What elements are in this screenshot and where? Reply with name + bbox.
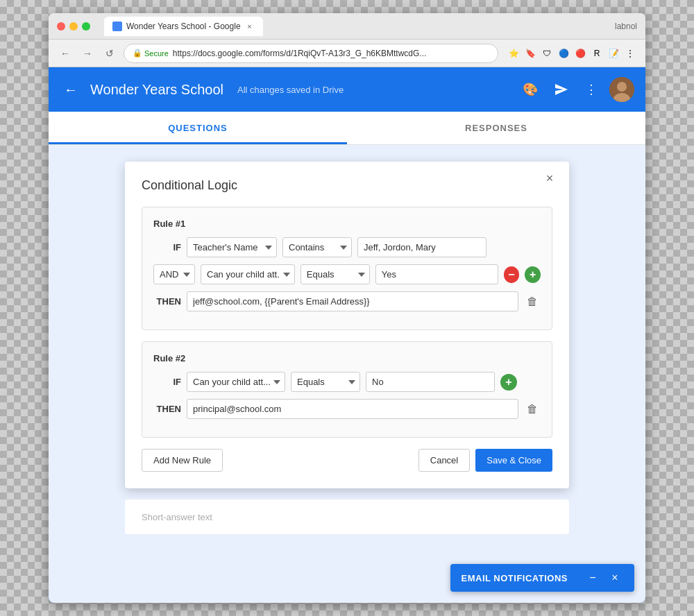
rule-1-field-select[interactable]: Teacher's Name xyxy=(187,237,277,257)
then-keyword-2: THEN xyxy=(153,404,181,414)
browser-titlebar: Wonder Years School - Google × labnol xyxy=(49,13,645,40)
ext-icon-1[interactable]: ⭐ xyxy=(507,46,520,60)
forms-title: Wonder Years School xyxy=(90,82,223,98)
forward-nav-btn[interactable]: → xyxy=(79,45,96,62)
rule-2-add-condition-btn[interactable]: + xyxy=(500,374,517,391)
email-notif-label: EMAIL NOTIFICATIONS xyxy=(462,573,568,583)
modal-title: Conditional Logic xyxy=(142,178,552,193)
menu-btn[interactable]: ⋮ xyxy=(623,46,637,60)
more-options-btn[interactable]: ⋮ xyxy=(579,77,604,102)
rule-1-and-row: AND Can your child att... Equals − + xyxy=(153,264,541,284)
minimize-window-btn[interactable] xyxy=(69,22,78,31)
then-keyword-1: THEN xyxy=(153,296,181,307)
maximize-window-btn[interactable] xyxy=(82,22,90,31)
labnol-label: labnol xyxy=(615,22,637,31)
cancel-btn[interactable]: Cancel xyxy=(418,449,470,472)
forms-content: × Conditional Logic Rule #1 IF Teacher's… xyxy=(49,145,645,603)
svg-point-1 xyxy=(617,82,627,92)
rule-1-value2-input[interactable] xyxy=(375,264,498,284)
forms-back-btn[interactable]: ← xyxy=(60,78,82,101)
address-url: https://docs.google.com/forms/d/1RqiQvT-… xyxy=(173,49,427,58)
modal-footer: Add New Rule Cancel Save & Close xyxy=(142,449,552,472)
rule-1-condition-select[interactable]: Contains xyxy=(282,237,352,257)
browser-addressbar: ← → ↺ 🔒 Secure https://docs.google.com/f… xyxy=(49,40,645,67)
rule-1-label: Rule #1 xyxy=(153,219,541,229)
secure-badge: 🔒 Secure xyxy=(133,49,169,58)
forms-header-actions: 🎨 ⋮ xyxy=(518,77,634,102)
tab-responses[interactable]: RESPONSES xyxy=(347,112,645,144)
remove-condition-btn[interactable]: − xyxy=(504,266,520,283)
tab-close-btn[interactable]: × xyxy=(245,22,255,31)
rule-2-value-input[interactable] xyxy=(366,372,495,392)
rule-1-box: Rule #1 IF Teacher's Name Contains xyxy=(142,207,552,330)
rule-1-condition2-select[interactable]: Equals xyxy=(301,264,370,284)
notif-minimize-btn[interactable]: − xyxy=(584,570,601,586)
ext-icon-2[interactable]: 🔖 xyxy=(523,46,537,60)
back-nav-btn[interactable]: ← xyxy=(57,45,74,62)
rule-1-field2-select[interactable]: Can your child att... xyxy=(201,264,295,284)
ext-icon-3[interactable]: 🛡 xyxy=(540,46,554,60)
conditional-logic-modal: × Conditional Logic Rule #1 IF Teacher's… xyxy=(125,162,569,488)
rule-2-delete-btn[interactable]: 🗑 xyxy=(524,400,541,418)
email-notifications-banner[interactable]: EMAIL NOTIFICATIONS − × xyxy=(450,564,634,592)
modal-close-btn[interactable]: × xyxy=(541,170,558,187)
address-bar[interactable]: 🔒 Secure https://docs.google.com/forms/d… xyxy=(124,44,498,63)
ext-icon-6[interactable]: R xyxy=(590,46,604,60)
short-answer-area: Short-answer text xyxy=(125,499,569,534)
ext-icon-4[interactable]: 🔵 xyxy=(557,46,570,60)
rule-2-if-row: IF Can your child att... Equals + xyxy=(153,372,541,392)
modal-footer-actions: Cancel Save & Close xyxy=(418,449,552,472)
rule-1-value-input[interactable] xyxy=(357,237,486,257)
notif-close-btn[interactable]: × xyxy=(607,570,623,586)
rule-1-then-row: THEN 🗑 xyxy=(153,291,541,311)
rule-2-condition-select[interactable]: Equals xyxy=(291,372,360,392)
browser-tab[interactable]: Wonder Years School - Google × xyxy=(104,17,263,36)
if-keyword-2: IF xyxy=(153,377,181,387)
rule-2-label: Rule #2 xyxy=(153,353,541,363)
reload-nav-btn[interactable]: ↺ xyxy=(101,45,118,62)
ext-icon-7[interactable]: 📝 xyxy=(607,46,620,60)
notif-actions: − × xyxy=(584,570,623,586)
add-new-rule-btn[interactable]: Add New Rule xyxy=(142,449,223,472)
forms-saved-text: All changes saved in Drive xyxy=(237,85,344,95)
rule-1-operator-select[interactable]: AND xyxy=(153,264,195,284)
short-answer-placeholder: Short-answer text xyxy=(142,512,212,522)
save-close-btn[interactable]: Save & Close xyxy=(475,449,552,472)
if-keyword-1: IF xyxy=(153,242,181,253)
rule-2-box: Rule #2 IF Can your child att... Equals … xyxy=(142,341,552,438)
forms-app: ← Wonder Years School All changes saved … xyxy=(49,67,645,603)
tab-title: Wonder Years School - Google xyxy=(126,22,241,31)
tab-questions[interactable]: QUESTIONS xyxy=(49,112,347,144)
forms-tabs: QUESTIONS RESPONSES xyxy=(49,112,645,145)
rule-2-field-select[interactable]: Can your child att... xyxy=(187,372,285,392)
browser-window: Wonder Years School - Google × labnol ← … xyxy=(49,13,645,603)
rule-1-if-row: IF Teacher's Name Contains xyxy=(153,237,541,257)
rule-2-then-row: THEN 🗑 xyxy=(153,399,541,419)
extension-icons: ⭐ 🔖 🛡 🔵 🔴 R 📝 ⋮ xyxy=(507,46,637,60)
traffic-lights xyxy=(57,22,90,31)
tab-favicon xyxy=(112,22,122,31)
rule-1-delete-btn[interactable]: 🗑 xyxy=(524,293,541,311)
palette-btn[interactable]: 🎨 xyxy=(518,77,543,102)
forms-header: ← Wonder Years School All changes saved … xyxy=(49,67,645,112)
send-btn[interactable] xyxy=(548,77,573,102)
close-window-btn[interactable] xyxy=(57,22,65,31)
add-condition-btn[interactable]: + xyxy=(525,266,541,283)
rule-1-then-input[interactable] xyxy=(187,291,518,311)
ext-icon-5[interactable]: 🔴 xyxy=(573,46,587,60)
rule-2-then-input[interactable] xyxy=(187,399,518,419)
user-avatar[interactable] xyxy=(609,77,634,102)
